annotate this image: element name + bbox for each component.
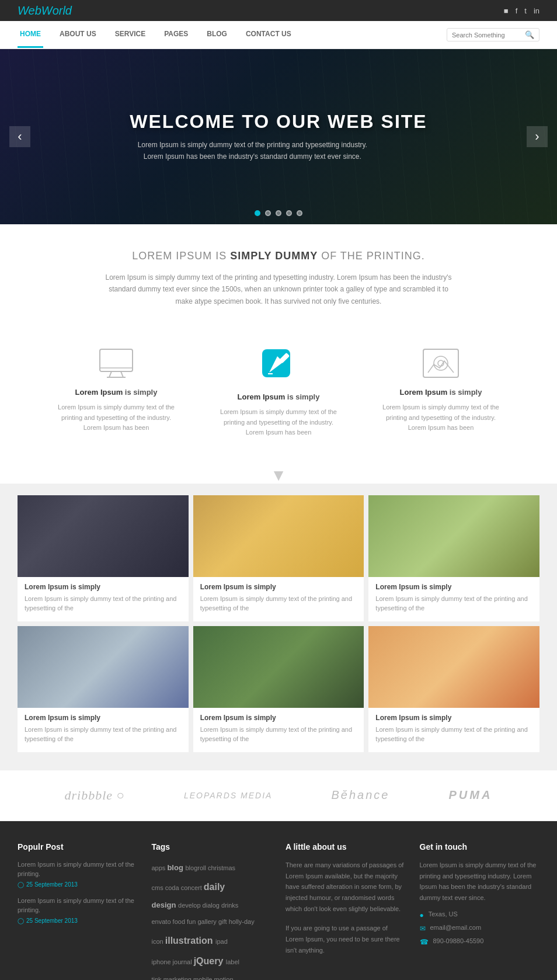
- hero-content: WELCOME TO OUR WEB SITE Lorem Ipsum is s…: [130, 111, 427, 162]
- portfolio-card-6: Lorem Ipsum is simply Lorem Ipsum is sim…: [368, 626, 539, 752]
- portfolio-card-5-title: Lorem Ipsum is simply: [200, 714, 357, 722]
- tag-holly[interactable]: holly-day: [229, 918, 255, 925]
- portfolio-card-3-text: Lorem Ipsum is simply dummy text of the …: [375, 594, 532, 613]
- logo: WebWorld: [18, 4, 72, 18]
- hero-title: WELCOME TO OUR WEB SITE: [130, 111, 427, 133]
- tag-develop[interactable]: develop: [178, 902, 203, 909]
- social-icons-top: ■ f t in: [504, 6, 539, 15]
- footer-grid: Populr Post Lorem Ipsum is simply dummy …: [18, 842, 539, 980]
- svg-line-1: [109, 371, 112, 377]
- brand-puma[interactable]: PUMA: [449, 788, 493, 802]
- nav-contact[interactable]: CONTACT US: [243, 22, 294, 48]
- tag-blog[interactable]: blog: [167, 863, 185, 872]
- portfolio-img-1: [18, 495, 189, 577]
- footer-about-heading: A little about us: [286, 842, 406, 852]
- portfolio-card-2-text: Lorem Ipsum is simply dummy text of the …: [200, 594, 357, 613]
- tag-mobile[interactable]: mobile: [193, 976, 214, 980]
- nav-blog[interactable]: BLOG: [204, 22, 229, 48]
- footer-about-body2: If you are going to use a passage of Lor…: [286, 923, 406, 955]
- footer-popular-posts-heading: Populr Post: [18, 842, 138, 852]
- tag-christmas[interactable]: christmas: [208, 864, 235, 871]
- tag-cms[interactable]: cms: [152, 884, 165, 891]
- tag-drinks[interactable]: drinks: [221, 902, 238, 909]
- tag-fun[interactable]: fun: [187, 918, 197, 925]
- tag-concert[interactable]: concert: [181, 884, 204, 891]
- footer-contact-location: ● Texas, US: [420, 911, 540, 919]
- email-icon: ✉: [420, 925, 426, 933]
- footer-post-1-text: Lorem Ipsum is simply dummy text of the …: [18, 860, 138, 879]
- portfolio-card-5: Lorem Ipsum is simply Lorem Ipsum is sim…: [193, 626, 364, 752]
- search-input[interactable]: [452, 32, 522, 39]
- tag-gallery[interactable]: gallery: [197, 918, 218, 925]
- portfolio-card-2-body: Lorem Ipsum is simply Lorem Ipsum is sim…: [193, 577, 364, 621]
- tag-icon[interactable]: icon: [152, 938, 165, 945]
- top-bar: WebWorld ■ f t in: [0, 0, 557, 21]
- tag-illustration[interactable]: illustration: [165, 936, 215, 946]
- footer-contact-phone: ☎ 890-09880-45590: [420, 937, 540, 946]
- brand-leopards[interactable]: leopards media: [184, 791, 272, 800]
- footer-post-1-date: ◯ 25 September 2013: [18, 881, 138, 888]
- nav-about[interactable]: ABOUT US: [57, 22, 99, 48]
- brand-dribbble[interactable]: dribbble ○: [65, 788, 125, 803]
- tag-food[interactable]: food: [173, 918, 187, 925]
- tag-envato[interactable]: envato: [152, 918, 173, 925]
- portfolio-card-6-title: Lorem Ipsum is simply: [375, 714, 532, 722]
- portfolio-card-3: Lorem Ipsum is simply Lorem Ipsum is sim…: [368, 495, 539, 621]
- hero-dot-3[interactable]: [276, 210, 281, 216]
- brand-behance[interactable]: Bĕhance: [331, 788, 389, 802]
- hero-dot-2[interactable]: [265, 210, 271, 216]
- portfolio-card-1-body: Lorem Ipsum is simply Lorem Ipsum is sim…: [18, 577, 189, 621]
- hero-dot-4[interactable]: [286, 210, 292, 216]
- feature-photo: Lorem Ipsum is simply Lorem Ipsum is sim…: [360, 336, 522, 450]
- hero-subtitle: Lorem Ipsum is simply dummy text of the …: [130, 140, 375, 162]
- logo-world: World: [41, 4, 72, 17]
- tag-design[interactable]: design: [152, 901, 179, 909]
- tag-blogroll[interactable]: blogroll: [185, 864, 208, 871]
- tag-tink[interactable]: tink: [152, 976, 163, 980]
- facebook-icon-top[interactable]: f: [516, 6, 518, 15]
- search-button[interactable]: 🔍: [525, 30, 534, 39]
- footer-contact-intro: Lorem Ipsum is simply dummy text of the …: [420, 860, 540, 903]
- tag-dialog[interactable]: dialog: [203, 902, 221, 909]
- nav-pages[interactable]: PAGES: [162, 22, 190, 48]
- hero-dot-1[interactable]: [255, 210, 260, 216]
- rss-icon-top[interactable]: ■: [504, 6, 509, 15]
- tag-apps[interactable]: apps: [152, 864, 168, 871]
- portfolio-section: Lorem Ipsum is simply Lorem Ipsum is sim…: [0, 484, 557, 770]
- intro-body: Lorem Ipsum is simply dummy text of the …: [103, 272, 454, 307]
- nav-service[interactable]: SERVICE: [113, 22, 148, 48]
- feature-monitor-body: Lorem Ipsum is simply dummy text of the …: [53, 402, 180, 433]
- tag-jquery[interactable]: jQuery: [194, 956, 226, 966]
- tags-cloud: apps blog blogroll christmas cms coda co…: [152, 860, 272, 980]
- portfolio-card-5-text: Lorem Ipsum is simply dummy text of the …: [200, 725, 357, 744]
- portfolio-card-1-title: Lorem Ipsum is simply: [25, 583, 182, 591]
- tag-motion[interactable]: motion: [214, 976, 234, 980]
- intro-title: LOREM IPSUM IS SIMPLY DUMMY OF THE PRINT…: [70, 250, 487, 262]
- slider-prev-button[interactable]: ‹: [9, 126, 30, 147]
- tag-journal[interactable]: journal: [173, 958, 194, 965]
- tag-marketing[interactable]: marketing: [163, 976, 193, 980]
- navbar: HOME ABOUT US SERVICE PAGES BLOG CONTACT…: [0, 21, 557, 49]
- footer-about-body: There are many variations of passages of…: [286, 860, 406, 914]
- portfolio-card-3-title: Lorem Ipsum is simply: [375, 583, 532, 591]
- linkedin-icon-top[interactable]: in: [534, 6, 539, 15]
- tag-daily[interactable]: daily: [204, 882, 225, 892]
- twitter-icon-top[interactable]: t: [524, 6, 527, 15]
- hero-slider: ‹ WELCOME TO OUR WEB SITE Lorem Ipsum is…: [0, 49, 557, 224]
- hero-dot-5[interactable]: [297, 210, 302, 216]
- tag-ipad[interactable]: ipad: [215, 938, 228, 945]
- tag-coda[interactable]: coda: [165, 884, 181, 891]
- portfolio-card-4-title: Lorem Ipsum is simply: [25, 714, 182, 722]
- footer-post-2-date: ◯ 25 September 2013: [18, 918, 138, 924]
- slider-next-button[interactable]: ›: [527, 126, 548, 147]
- footer-popular-posts: Populr Post Lorem Ipsum is simply dummy …: [18, 842, 138, 980]
- tag-gift[interactable]: gift: [218, 918, 229, 925]
- footer-about: A little about us There are many variati…: [286, 842, 406, 980]
- nav-home[interactable]: HOME: [18, 22, 43, 48]
- intro-section: LOREM IPSUM IS SIMPLY DUMMY OF THE PRINT…: [0, 224, 557, 319]
- tag-label[interactable]: label: [226, 958, 239, 965]
- feature-edit: Lorem Ipsum is simply Lorem Ipsum is sim…: [197, 336, 360, 450]
- tag-iphone[interactable]: iphone: [152, 958, 173, 965]
- feature-photo-title: Lorem Ipsum is simply: [377, 388, 504, 397]
- portfolio-card-4-body: Lorem Ipsum is simply Lorem Ipsum is sim…: [18, 708, 189, 752]
